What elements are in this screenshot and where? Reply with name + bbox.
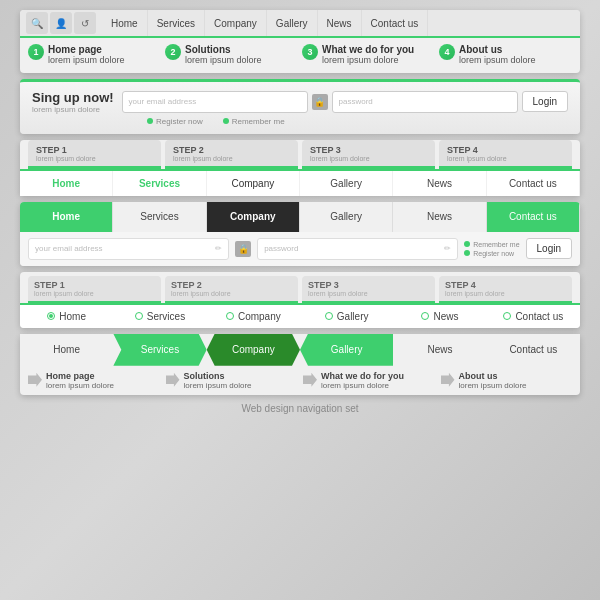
nav1-services[interactable]: Services: [148, 10, 205, 36]
search-icon[interactable]: 🔍: [26, 12, 48, 34]
arrow-icon-1: [28, 373, 42, 387]
nav-bar-5: Home Services Company Gallery News Conta…: [20, 334, 580, 395]
step-sub-3: lorem ipsum dolore: [322, 55, 414, 67]
ribbon-row: Home Services Company Gallery News Conta…: [20, 334, 580, 366]
nav2-step-1: STEP 1 lorem ipsum dolore: [28, 140, 161, 169]
nav2-services[interactable]: Services: [113, 171, 206, 196]
step-sub-2: lorem ipsum dolore: [185, 55, 262, 67]
radio-services: [135, 312, 143, 320]
step-num-1: 1: [28, 44, 44, 60]
radio-contact: [503, 312, 511, 320]
ribbon-contact[interactable]: Contact us: [487, 334, 580, 366]
register-dot: [147, 118, 153, 124]
ribbon-services[interactable]: Services: [113, 334, 206, 366]
ribbon-home[interactable]: Home: [20, 334, 113, 366]
nav4-radio-row: Home Services Company Gallery News Conta…: [20, 303, 580, 328]
lock-icon: 🔒: [312, 94, 328, 110]
nav2-steps: STEP 1 lorem ipsum dolore STEP 2 lorem i…: [20, 140, 580, 169]
nav4-news[interactable]: News: [393, 311, 486, 322]
nav4-step-3: STEP 3 lorem ipsum dolore: [302, 276, 435, 303]
nav3-email-field[interactable]: your email address ✏: [28, 238, 229, 260]
nav1-contact[interactable]: Contact us: [362, 10, 429, 36]
nav2-step-2: STEP 2 lorem ipsum dolore: [165, 140, 298, 169]
signup-top: Sing up now! lorem ipsum dolore your ema…: [32, 90, 568, 114]
step5-4: About us lorem ipsum dolore: [441, 371, 573, 390]
nav1-news[interactable]: News: [318, 10, 362, 36]
radio-gallery: [325, 312, 333, 320]
radio-home: [47, 312, 55, 320]
nav3-link-row: Home Services Company Gallery News Conta…: [20, 202, 580, 232]
step-num-3: 3: [302, 44, 318, 60]
arrow-icon-2: [166, 373, 180, 387]
refresh-icon[interactable]: ↺: [74, 12, 96, 34]
nav-bar-3: Home Services Company Gallery News Conta…: [20, 202, 580, 266]
nav1-top-row: 🔍 👤 ↺ Home Services Company Gallery News…: [20, 10, 580, 38]
nav1-company[interactable]: Company: [205, 10, 267, 36]
step-title-4: About us: [459, 44, 536, 55]
ribbon-company[interactable]: Company: [207, 334, 300, 366]
register-option: Register now: [147, 117, 203, 126]
nav3-gallery[interactable]: Gallery: [300, 202, 393, 232]
register-dot-nav3: [464, 250, 470, 256]
nav-bar-4: STEP 1 lorem ipsum dolore STEP 2 lorem i…: [20, 272, 580, 328]
nav4-gallery[interactable]: Gallery: [300, 311, 393, 322]
remember-option: Remember me: [223, 117, 285, 126]
password-field[interactable]: password: [332, 91, 518, 113]
signup-sub: lorem ipsum dolore: [32, 105, 114, 114]
nav2-gallery[interactable]: Gallery: [300, 171, 393, 196]
nav4-step-4: STEP 4 lorem ipsum dolore: [439, 276, 572, 303]
nav1-icon-group: 🔍 👤 ↺: [20, 12, 102, 34]
step-title-2: Solutions: [185, 44, 262, 55]
nav3-login-button[interactable]: Login: [526, 238, 572, 259]
step-num-2: 2: [165, 44, 181, 60]
login-button[interactable]: Login: [522, 91, 568, 112]
arrow-icon-4: [441, 373, 455, 387]
nav3-password-field[interactable]: password ✏: [257, 238, 458, 260]
ribbon-news[interactable]: News: [393, 334, 486, 366]
nav1-gallery[interactable]: Gallery: [267, 10, 318, 36]
nav3-home[interactable]: Home: [20, 202, 113, 232]
nav3-news[interactable]: News: [393, 202, 486, 232]
register-opt: Register now: [464, 250, 519, 257]
nav1-steps-row: 1 Home page lorem ipsum dolore 2 Solutio…: [20, 38, 580, 73]
nav5-steps: Home page lorem ipsum dolore Solutions l…: [20, 366, 580, 395]
email-field[interactable]: your email address: [122, 91, 308, 113]
nav1-home[interactable]: Home: [102, 10, 148, 36]
nav4-step-1: STEP 1 lorem ipsum dolore: [28, 276, 161, 303]
nav2-news[interactable]: News: [393, 171, 486, 196]
step-num-4: 4: [439, 44, 455, 60]
nav2-company[interactable]: Company: [207, 171, 300, 196]
step5-1: Home page lorem ipsum dolore: [28, 371, 160, 390]
signup-inputs: your email address 🔒 password Login: [122, 91, 568, 113]
step-item-1: 1 Home page lorem ipsum dolore: [28, 44, 161, 67]
nav4-step-2: STEP 2 lorem ipsum dolore: [165, 276, 298, 303]
remember-opt: Remember me: [464, 241, 519, 248]
nav3-services[interactable]: Services: [113, 202, 206, 232]
nav4-services[interactable]: Services: [113, 311, 206, 322]
nav4-company[interactable]: Company: [207, 311, 300, 322]
nav4-contact[interactable]: Contact us: [487, 311, 580, 322]
ribbon-gallery[interactable]: Gallery: [300, 334, 393, 366]
nav4-home[interactable]: Home: [20, 311, 113, 322]
footer-label: Web design navigation set: [241, 403, 358, 414]
step-sub-4: lorem ipsum dolore: [459, 55, 536, 67]
step-title-1: Home page: [48, 44, 125, 55]
nav4-steps: STEP 1 lorem ipsum dolore STEP 2 lorem i…: [20, 272, 580, 303]
nav3-form: your email address ✏ 🔒 password ✏ Rememb…: [20, 232, 580, 266]
nav3-form-opts: Remember me Register now: [464, 241, 519, 257]
radio-company: [226, 312, 234, 320]
nav2-home[interactable]: Home: [20, 171, 113, 196]
nav3-lock-icon: 🔒: [235, 241, 251, 257]
nav3-contact[interactable]: Contact us: [487, 202, 580, 232]
signup-bottom: Register now Remember me: [32, 117, 568, 126]
step-item-2: 2 Solutions lorem ipsum dolore: [165, 44, 298, 67]
nav-bar-1: 🔍 👤 ↺ Home Services Company Gallery News…: [20, 10, 580, 73]
step-title-3: What we do for you: [322, 44, 414, 55]
step-sub-1: lorem ipsum dolore: [48, 55, 125, 67]
nav2-contact[interactable]: Contact us: [487, 171, 580, 196]
nav3-company[interactable]: Company: [207, 202, 300, 232]
step5-2: Solutions lorem ipsum dolore: [166, 371, 298, 390]
user-icon[interactable]: 👤: [50, 12, 72, 34]
step-item-4: 4 About us lorem ipsum dolore: [439, 44, 572, 67]
remember-dot: [223, 118, 229, 124]
